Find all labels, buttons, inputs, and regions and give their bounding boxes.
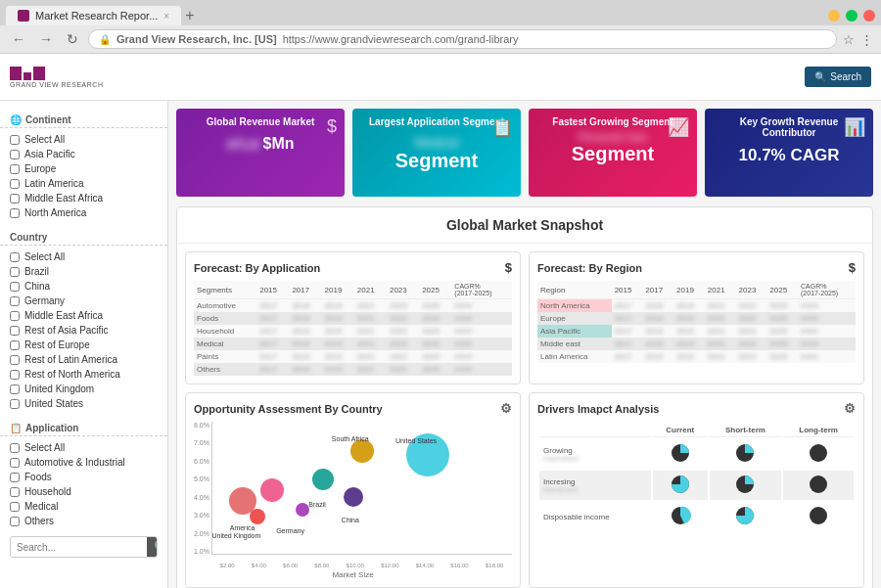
table-row: Asia Pacific201720182019202120222025####: [537, 325, 856, 338]
checkbox-others[interactable]: [10, 517, 20, 526]
checkbox-middle-east-africa-c[interactable]: [10, 311, 20, 321]
checkbox-medical[interactable]: [10, 502, 20, 512]
kpi-card-revenue: Global Revenue Market $ 471.8 $Mn: [176, 109, 345, 197]
url-box[interactable]: 🔒 Grand View Research, Inc. [US] https:/…: [88, 29, 837, 49]
sidebar-item-latin-america[interactable]: Latin America: [0, 176, 167, 191]
pie-short-2: [734, 474, 756, 495]
checkbox-us[interactable]: [10, 399, 20, 409]
sidebar-item-europe[interactable]: Europe: [0, 161, 167, 176]
tab-close-button[interactable]: ×: [163, 11, 169, 22]
sidebar-item-rest-north[interactable]: Rest of North America: [0, 367, 167, 382]
sidebar-item-united-states[interactable]: United States: [0, 396, 167, 411]
sidebar-item-automotive[interactable]: Automotive & Industrial: [0, 455, 167, 470]
checkbox-rest-asia[interactable]: [10, 326, 20, 336]
maximize-button[interactable]: [846, 10, 858, 22]
forward-button[interactable]: →: [35, 29, 57, 49]
table-row: Household201720182019202120222025####: [194, 325, 512, 338]
sidebar-item-select-all-country[interactable]: Select All: [0, 249, 167, 264]
bubble-china: [344, 487, 363, 507]
kpi-key-icon: 📊: [844, 116, 865, 138]
sidebar-item-foods[interactable]: Foods: [0, 470, 167, 484]
browser-chrome: Market Research Repor... × + ← → ↻ 🔒 Gra…: [0, 0, 881, 54]
new-tab-button[interactable]: +: [185, 7, 194, 24]
sidebar-item-rest-europe[interactable]: Rest of Europe: [0, 338, 167, 352]
sidebar-item-select-all-app[interactable]: Select All: [0, 440, 167, 455]
sidebar-search-button[interactable]: 🔍: [147, 537, 158, 557]
driver-label-1: Growing expenditure: [539, 439, 651, 469]
drivers-header-row: Current Short-term Long-term: [539, 424, 854, 437]
sidebar-item-select-all-continent[interactable]: Select All: [0, 132, 167, 147]
sidebar-item-rest-asia-pacific[interactable]: Rest of Asia Pacific: [0, 323, 167, 338]
checkbox-germany[interactable]: [10, 296, 20, 306]
back-button[interactable]: ←: [8, 29, 29, 49]
bubble-chart-panel: Opportunity Assessment By Country ⚙ 8.0%…: [185, 392, 521, 588]
checkbox-automotive[interactable]: [10, 458, 20, 468]
x-axis-label: Market Size: [194, 570, 512, 579]
sidebar-item-germany[interactable]: Germany: [0, 294, 167, 308]
drivers-panel: Drivers Imapct Analysis ⚙ Current Short-…: [529, 392, 864, 588]
charts-grid: Forecast: By Application $ Segments 2015…: [185, 251, 864, 588]
bubble-chart-gear-icon[interactable]: ⚙: [500, 401, 512, 416]
sidebar-search-input[interactable]: [11, 539, 147, 556]
sidebar-item-medical[interactable]: Medical: [0, 499, 167, 514]
sidebar-item-asia-pacific[interactable]: Asia Pacific: [0, 147, 167, 161]
kpi-fastest-sub: Personal Care: [538, 131, 687, 143]
reload-button[interactable]: ↻: [63, 29, 82, 49]
forecast-region-panel: Forecast: By Region $ Region 2015 2017 2…: [529, 251, 864, 384]
sidebar-item-united-kingdom[interactable]: United Kingdom: [0, 382, 167, 396]
checkbox-latin-america[interactable]: [10, 179, 20, 189]
sidebar-item-brazil[interactable]: Brazil: [0, 264, 167, 279]
checkbox-household[interactable]: [10, 487, 20, 497]
checkbox-north-america[interactable]: [10, 208, 20, 218]
pie-current-3: [670, 505, 691, 526]
sidebar-search-box[interactable]: 🔍: [10, 536, 158, 558]
minimize-button[interactable]: [828, 10, 840, 22]
kpi-largest-icon: 📋: [491, 116, 513, 138]
app-container: 🌐 Continent Select All Asia Pacific Euro…: [0, 101, 881, 588]
checkbox-select-all-continent[interactable]: [10, 135, 20, 145]
forecast-app-dollar-icon: $: [505, 260, 512, 275]
checkbox-rest-latin[interactable]: [10, 355, 20, 365]
y-axis-ticks: 8.0% 7.0% 6.0% 5.0% 4.0% 3.0% 2.0% 1.0%: [194, 422, 211, 568]
drivers-gear-icon[interactable]: ⚙: [844, 401, 856, 416]
kpi-card-largest-app: Largest Application Segment 📋 Medical Se…: [352, 109, 521, 197]
checkbox-select-all-app[interactable]: [10, 443, 20, 453]
kpi-card-fastest: Fastest Growing Segment 📈 Personal Care …: [529, 109, 697, 197]
tab-favicon: [18, 10, 29, 22]
svg-point-5: [810, 475, 827, 493]
kpi-revenue-unit: $Mn: [263, 135, 295, 152]
sidebar-item-others[interactable]: Others: [0, 514, 167, 528]
checkbox-brazil[interactable]: [10, 267, 20, 277]
col-current: Current: [653, 424, 708, 437]
checkbox-select-all-country[interactable]: [10, 252, 20, 262]
search-button[interactable]: 🔍 Search: [805, 67, 871, 87]
sidebar-item-north-america[interactable]: North America: [0, 205, 167, 220]
logo-text: GRAND VIEW RESEARCH: [10, 81, 103, 88]
kpi-card-key-growth: Key Growth Revenue Contributor 📊 10.7% C…: [705, 109, 873, 197]
drivers-table: Current Short-term Long-term Growing exp…: [537, 422, 856, 533]
checkbox-china[interactable]: [10, 282, 20, 292]
checkbox-foods[interactable]: [10, 473, 20, 482]
active-tab[interactable]: Market Research Repor... ×: [6, 6, 181, 25]
checkbox-middle-east-africa[interactable]: [10, 194, 20, 204]
forecast-app-panel: Forecast: By Application $ Segments 2015…: [185, 251, 521, 384]
menu-icon[interactable]: ⋮: [860, 32, 873, 47]
table-row: Others201720182019202120222025####: [194, 363, 512, 376]
close-button[interactable]: [863, 10, 875, 22]
svg-point-8: [810, 507, 827, 524]
sidebar-item-household[interactable]: Household: [0, 484, 167, 499]
sidebar-item-middle-east-africa-country[interactable]: Middle East Africa: [0, 308, 167, 323]
col-driver: [539, 424, 651, 437]
checkbox-asia-pacific[interactable]: [10, 150, 20, 159]
checkbox-rest-europe[interactable]: [10, 340, 20, 350]
sidebar-item-china[interactable]: China: [0, 279, 167, 294]
sidebar-item-rest-latin[interactable]: Rest of Latin America: [0, 352, 167, 367]
col-2015: 2015: [256, 281, 289, 299]
sidebar-item-middle-east-africa[interactable]: Middle East Africa: [0, 191, 167, 205]
checkbox-uk[interactable]: [10, 384, 20, 394]
checkbox-europe[interactable]: [10, 164, 20, 174]
col-cagr: CAGR%(2017-2025): [451, 281, 512, 299]
table-row: Paints201720182019202120222025####: [194, 350, 512, 363]
bookmark-icon[interactable]: ☆: [843, 32, 855, 47]
checkbox-rest-north[interactable]: [10, 370, 20, 380]
